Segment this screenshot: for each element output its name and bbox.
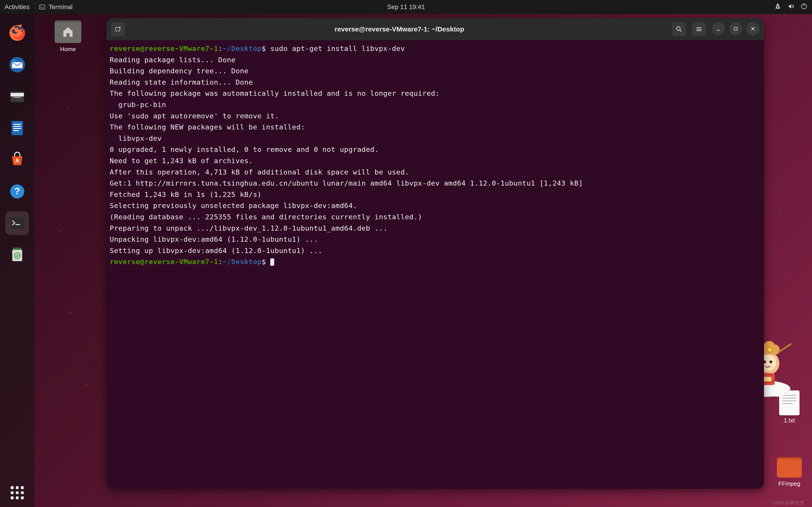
close-icon <box>750 26 756 32</box>
terminal-app-icon <box>8 214 26 232</box>
svg-rect-13 <box>13 128 21 129</box>
desktop-icon-home[interactable]: Home <box>52 20 84 53</box>
svg-rect-14 <box>13 130 18 131</box>
svg-rect-31 <box>115 27 120 31</box>
menu-button[interactable] <box>692 22 706 36</box>
maximize-icon <box>733 26 739 32</box>
terminal-line: Get:1 http://mirrors.tuna.tsinghua.edu.c… <box>110 178 761 189</box>
terminal-line: The following package was automatically … <box>110 88 761 99</box>
svg-point-27 <box>769 360 772 363</box>
sparkle <box>779 213 780 214</box>
svg-rect-18 <box>10 218 24 229</box>
clock[interactable]: Sep 11 19:41 <box>387 3 425 11</box>
power-icon[interactable] <box>801 3 807 11</box>
desktop-icon-label: 1.txt <box>776 417 803 424</box>
current-app-indicator[interactable]: Terminal <box>39 3 72 11</box>
svg-point-28 <box>768 347 772 352</box>
dock-firefox[interactable] <box>5 21 29 45</box>
search-icon <box>675 25 682 33</box>
help-icon: ? <box>8 183 26 200</box>
window-title: reverse@reverse-VMware7-1: ~/Desktop <box>127 25 672 33</box>
terminal-line: Selecting previously unselected package … <box>110 200 761 211</box>
cursor <box>270 259 274 266</box>
minimize-icon <box>715 26 721 32</box>
dock-files[interactable] <box>5 84 29 108</box>
dock-terminal[interactable] <box>5 211 29 235</box>
sparkle <box>68 109 69 109</box>
terminal-icon <box>39 4 45 10</box>
hamburger-icon <box>695 25 703 33</box>
sparkle <box>59 231 60 232</box>
current-app-name: Terminal <box>48 3 72 11</box>
svg-rect-12 <box>13 126 21 127</box>
svg-text:A: A <box>15 157 19 164</box>
svg-rect-8 <box>10 93 24 97</box>
sparkle <box>70 313 71 313</box>
dock-trash[interactable] <box>5 243 29 267</box>
terminal-line: 0 upgraded, 1 newly installed, 0 to remo… <box>110 144 761 155</box>
desktop-icon-label: Home <box>52 46 84 53</box>
terminal-line: reverse@reverse-VMware7-1:~/Desktop$ sud… <box>110 43 761 54</box>
svg-text:?: ? <box>14 186 20 196</box>
terminal-line: Preparing to unpack .../libvpx-dev_1.12.… <box>110 223 761 234</box>
network-icon[interactable] <box>774 3 781 11</box>
dock-ubuntu-software[interactable]: A <box>5 148 29 172</box>
watermark: CSDN @林光虎 <box>771 500 804 506</box>
new-tab-icon <box>114 25 122 33</box>
software-icon: A <box>8 151 26 169</box>
dock-thunderbird[interactable] <box>5 53 29 76</box>
terminal-line: Reading state information... Done <box>110 77 761 88</box>
volume-icon[interactable] <box>788 3 794 11</box>
terminal-line: (Reading database ... 225355 files and d… <box>110 211 761 223</box>
writer-icon <box>8 119 26 137</box>
top-panel: Activities Terminal Sep 11 19:41 <box>0 0 812 14</box>
trash-icon <box>8 246 26 264</box>
firefox-icon <box>8 24 26 42</box>
sparkle <box>784 272 784 272</box>
terminal-line: Building dependency tree... Done <box>110 65 761 77</box>
new-tab-button[interactable] <box>111 22 125 36</box>
ffmpeg-folder-icon <box>777 457 802 477</box>
svg-point-32 <box>676 27 680 30</box>
desktop-icon-label: FFmpeg <box>776 480 803 487</box>
svg-rect-11 <box>13 124 21 125</box>
thunderbird-icon <box>8 56 26 73</box>
terminal-line: Need to get 1,243 kB of archives. <box>110 155 761 167</box>
show-applications-button[interactable] <box>11 486 24 499</box>
search-button[interactable] <box>672 22 686 36</box>
maximize-button[interactable] <box>729 22 742 35</box>
terminal-line: grub-pc-bin <box>110 99 761 110</box>
activities-button[interactable]: Activities <box>5 3 30 11</box>
terminal-window: reverse@reverse-VMware7-1: ~/Desktop rev… <box>106 18 764 489</box>
terminal-line: reverse@reverse-VMware7-1:~/Desktop$ <box>110 256 761 268</box>
svg-rect-33 <box>734 27 737 30</box>
svg-point-23 <box>769 388 786 397</box>
files-icon <box>8 88 26 105</box>
terminal-body[interactable]: reverse@reverse-VMware7-1:~/Desktop$ sud… <box>106 40 764 489</box>
terminal-line: Use 'sudo apt autoremove' to remove it. <box>110 110 761 122</box>
terminal-line: Fetched 1,243 kB in 1s (1,225 kB/s) <box>110 189 761 200</box>
minimize-button[interactable] <box>712 22 725 35</box>
dock: A ? <box>0 14 35 507</box>
terminal-line: The following NEW packages will be insta… <box>110 121 761 133</box>
dock-help[interactable]: ? <box>5 180 29 203</box>
terminal-line: Unpacking libvpx-dev:amd64 (1.12.0-1ubun… <box>110 234 761 245</box>
close-button[interactable] <box>746 22 759 35</box>
terminal-line: Setting up libvpx-dev:amd64 (1.12.0-1ubu… <box>110 245 761 257</box>
svg-rect-0 <box>40 5 45 9</box>
terminal-line: Reading package lists... Done <box>110 54 761 66</box>
sparkle <box>86 385 87 386</box>
window-titlebar[interactable]: reverse@reverse-VMware7-1: ~/Desktop <box>106 18 764 40</box>
desktop-icon-ffmpeg[interactable]: FFmpeg <box>776 457 803 487</box>
terminal-line: After this operation, 4,713 kB of additi… <box>110 167 761 178</box>
svg-rect-9 <box>13 97 21 98</box>
home-folder-icon <box>55 20 81 43</box>
terminal-line: libvpx-dev <box>110 133 761 144</box>
dock-libreoffice-writer[interactable] <box>5 116 29 140</box>
